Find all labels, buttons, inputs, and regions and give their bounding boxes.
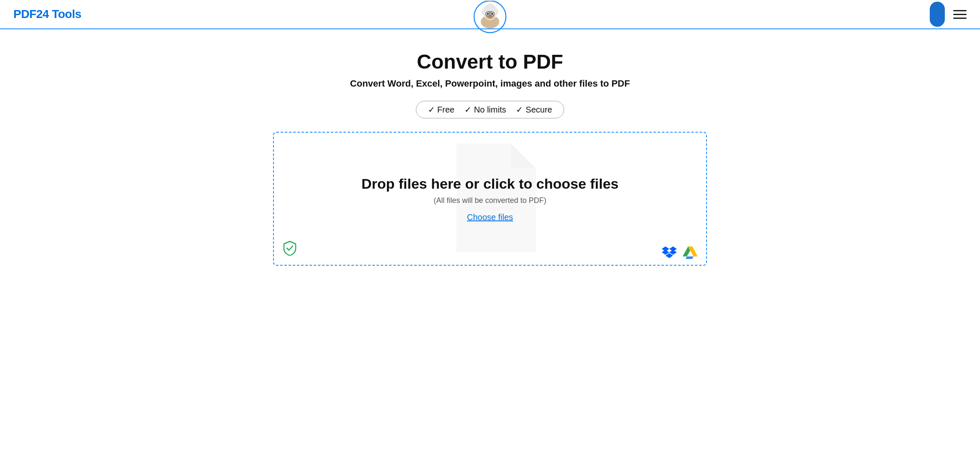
feature-no-limits: ✓ No limits — [464, 105, 506, 115]
svg-point-11 — [487, 13, 489, 15]
svg-point-12 — [491, 13, 493, 15]
drop-secondary-text: (All files will be converted to PDF) — [433, 196, 546, 205]
user-avatar[interactable] — [930, 2, 945, 27]
cloud-integrations — [662, 246, 698, 259]
svg-rect-17 — [467, 206, 513, 210]
header: PDF24 Tools — [0, 0, 980, 29]
page-subtitle: Convert Word, Excel, Powerpoint, images … — [273, 78, 707, 89]
feature-secure: ✓ Secure — [516, 105, 552, 115]
feature-free: ✓ Free — [428, 105, 455, 115]
header-right — [930, 2, 967, 27]
choose-files-button[interactable]: Choose files — [467, 213, 513, 222]
site-logo[interactable]: PDF24 Tools — [13, 8, 81, 21]
svg-rect-16 — [486, 0, 494, 1]
mascot-logo — [471, 0, 509, 33]
google-drive-icon[interactable] — [683, 246, 698, 259]
menu-button[interactable] — [953, 10, 967, 19]
svg-marker-27 — [686, 256, 694, 259]
features-badge: ✓ Free ✓ No limits ✓ Secure — [416, 101, 565, 118]
dropbox-icon[interactable] — [662, 246, 677, 259]
security-shield-icon — [282, 241, 297, 257]
file-dropzone[interactable]: Drop files here or click to choose files… — [273, 132, 707, 266]
drop-primary-text: Drop files here or click to choose files — [361, 176, 619, 192]
svg-point-14 — [488, 16, 492, 18]
page-title: Convert to PDF — [273, 50, 707, 73]
svg-point-7 — [486, 3, 494, 11]
main-content: Convert to PDF Convert Word, Excel, Powe… — [260, 29, 720, 282]
